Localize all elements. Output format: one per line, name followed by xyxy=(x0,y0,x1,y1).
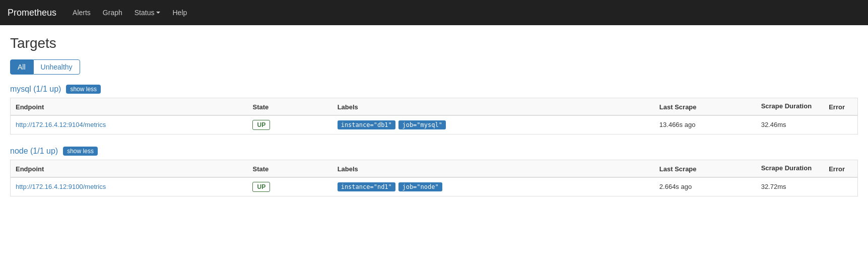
mysql-scrape-duration-cell: 32.46ms xyxy=(756,115,824,134)
node-col-endpoint: Endpoint xyxy=(11,160,248,177)
main-content: Targets All Unhealthy mysql (1/1 up) sho… xyxy=(0,25,868,219)
navbar: Prometheus Alerts Graph Status Help xyxy=(0,0,868,25)
node-scrape-duration-cell: 32.72ms xyxy=(756,177,824,196)
node-col-state: State xyxy=(247,160,332,177)
node-labels-cell: instance="nd1" job="node" xyxy=(332,177,654,196)
mysql-col-labels: Labels xyxy=(332,98,654,115)
mysql-endpoint-cell: http://172.16.4.12:9104/metrics xyxy=(11,115,248,134)
navbar-brand[interactable]: Prometheus xyxy=(8,8,56,18)
table-row: http://172.16.4.12:9100/metrics UP insta… xyxy=(11,177,858,196)
mysql-col-last-scrape: Last Scrape xyxy=(654,98,756,115)
mysql-show-less-button[interactable]: show less xyxy=(66,85,101,94)
mysql-table-header-row: Endpoint State Labels Last Scrape Scrape… xyxy=(11,98,858,115)
mysql-col-endpoint: Endpoint xyxy=(11,98,248,115)
mysql-error-cell xyxy=(824,115,857,134)
node-label-job: job="node" xyxy=(398,182,442,191)
node-show-less-button[interactable]: show less xyxy=(63,147,98,156)
node-state-cell: UP xyxy=(247,177,332,196)
node-error-cell xyxy=(824,177,857,196)
nav-item-graph[interactable]: Graph xyxy=(97,0,128,25)
node-endpoint-link[interactable]: http://172.16.4.12:9100/metrics xyxy=(16,183,106,190)
node-state-badge: UP xyxy=(252,182,270,192)
node-col-labels: Labels xyxy=(332,160,654,177)
mysql-last-scrape-cell: 13.466s ago xyxy=(654,115,756,134)
nav-item-alerts[interactable]: Alerts xyxy=(66,0,97,25)
nav-item-status-label: Status xyxy=(135,9,155,17)
mysql-col-state: State xyxy=(247,98,332,115)
mysql-col-error: Error xyxy=(824,98,857,115)
mysql-section-header: mysql (1/1 up) show less xyxy=(10,85,858,94)
node-last-scrape-cell: 2.664s ago xyxy=(654,177,756,196)
node-table-header-row: Endpoint State Labels Last Scrape Scrape… xyxy=(11,160,858,177)
mysql-endpoint-link[interactable]: http://172.16.4.12:9104/metrics xyxy=(16,121,106,128)
nav-item-help[interactable]: Help xyxy=(166,0,193,25)
node-section-title: node (1/1 up) xyxy=(10,147,58,156)
filter-buttons: All Unhealthy xyxy=(10,59,858,75)
mysql-col-scrape-duration: Scrape Duration xyxy=(756,98,824,115)
node-section-header: node (1/1 up) show less xyxy=(10,147,858,156)
mysql-targets-table: Endpoint State Labels Last Scrape Scrape… xyxy=(10,98,858,134)
nav-item-status[interactable]: Status xyxy=(128,0,167,25)
filter-unhealthy-button[interactable]: Unhealthy xyxy=(33,59,80,75)
node-label-instance: instance="nd1" xyxy=(338,182,395,191)
node-endpoint-cell: http://172.16.4.12:9100/metrics xyxy=(11,177,248,196)
mysql-section-title: mysql (1/1 up) xyxy=(10,85,61,94)
mysql-state-cell: UP xyxy=(247,115,332,134)
mysql-state-badge: UP xyxy=(252,120,270,130)
mysql-label-instance: instance="db1" xyxy=(338,120,395,129)
node-col-last-scrape: Last Scrape xyxy=(654,160,756,177)
mysql-labels-cell: instance="db1" job="mysql" xyxy=(332,115,654,134)
node-col-scrape-duration: Scrape Duration xyxy=(756,160,824,177)
mysql-label-job: job="mysql" xyxy=(398,120,445,129)
filter-all-button[interactable]: All xyxy=(10,59,33,75)
page-title: Targets xyxy=(10,35,858,51)
table-row: http://172.16.4.12:9104/metrics UP insta… xyxy=(11,115,858,134)
node-col-error: Error xyxy=(824,160,857,177)
chevron-down-icon xyxy=(156,12,160,14)
node-targets-table: Endpoint State Labels Last Scrape Scrape… xyxy=(10,160,858,196)
